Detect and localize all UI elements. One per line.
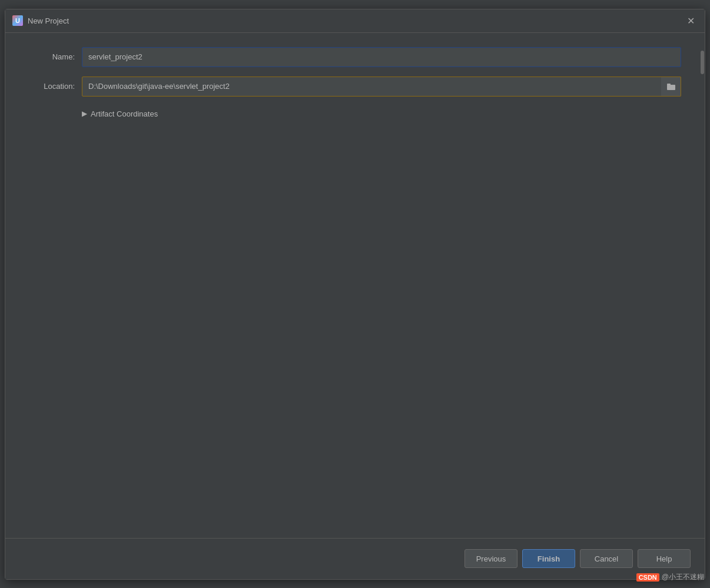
location-row: Location: (29, 77, 681, 97)
scrollbar[interactable] (700, 33, 705, 538)
cancel-button[interactable]: Cancel (580, 549, 633, 568)
name-label: Name: (29, 52, 82, 61)
author-label: @小王不迷糊 (662, 572, 704, 582)
help-button[interactable]: Help (638, 549, 691, 568)
artifact-coordinates-section[interactable]: ▶ Artifact Coordinates (29, 106, 681, 122)
dialog-content: Name: Location: ▶ Artifact Coordinates (5, 33, 705, 538)
artifact-expand-arrow: ▶ (82, 109, 87, 118)
folder-icon (667, 83, 675, 90)
name-input[interactable] (82, 47, 681, 67)
artifact-coordinates-label: Artifact Coordinates (91, 109, 158, 118)
window-title: New Project (28, 16, 684, 25)
location-input[interactable] (82, 77, 681, 97)
svg-rect-1 (667, 84, 671, 85)
browse-folder-button[interactable] (661, 77, 681, 97)
csdn-badge: CSDN (636, 573, 659, 582)
scrollbar-thumb (701, 51, 704, 74)
location-input-wrapper (82, 77, 681, 97)
location-label: Location: (29, 82, 82, 91)
new-project-dialog: U New Project ✕ Name: Location: (5, 9, 705, 580)
dialog-footer: Previous Finish Cancel Help (5, 538, 705, 579)
svg-rect-0 (667, 85, 675, 90)
app-icon: U (12, 15, 23, 26)
previous-button[interactable]: Previous (465, 549, 517, 568)
title-bar: U New Project ✕ (5, 9, 705, 33)
finish-button[interactable]: Finish (522, 549, 575, 568)
watermark: CSDN @小王不迷糊 (636, 572, 704, 582)
close-button[interactable]: ✕ (684, 14, 698, 28)
name-row: Name: (29, 47, 681, 67)
app-icon-label: U (15, 17, 20, 24)
